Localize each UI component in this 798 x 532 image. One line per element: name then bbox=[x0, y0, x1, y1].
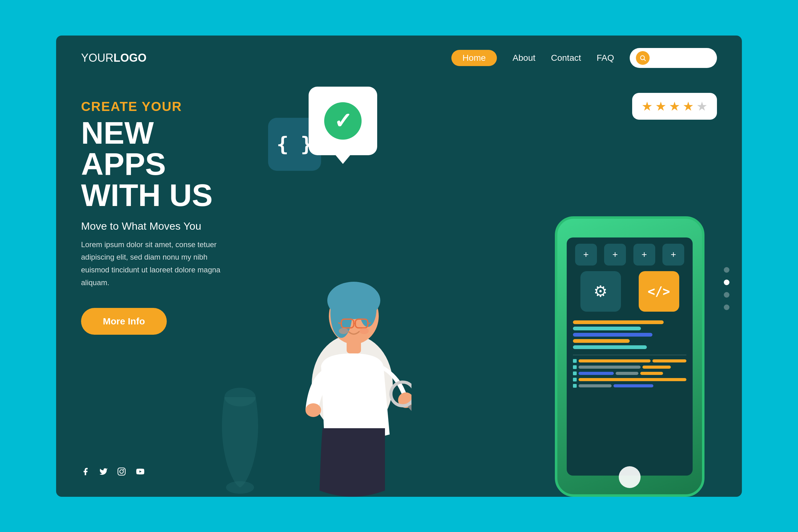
nav-home[interactable]: Home bbox=[451, 50, 497, 66]
svg-point-17 bbox=[305, 403, 321, 417]
heading-line2: WITH US bbox=[81, 178, 213, 212]
nav-links: Home About Contact FAQ bbox=[451, 48, 717, 68]
dot-1[interactable] bbox=[724, 267, 729, 273]
logo-your: YOUR bbox=[81, 52, 113, 64]
svg-rect-13 bbox=[347, 338, 361, 354]
check-symbol: ✓ bbox=[334, 108, 352, 134]
svg-line-1 bbox=[644, 59, 646, 61]
code-line-3 bbox=[573, 333, 652, 337]
body-text: Lorem ipsum dolor sit amet, conse tetuer… bbox=[81, 239, 237, 289]
code-lines bbox=[573, 317, 686, 352]
left-section: CREATE YOUR NEW APPS WITH US Move to Wha… bbox=[56, 80, 268, 497]
search-input[interactable] bbox=[653, 54, 716, 62]
dot-4[interactable] bbox=[724, 304, 729, 310]
phone-screen: + + + + ⚙ </> bbox=[567, 238, 692, 476]
more-info-button[interactable]: More Info bbox=[81, 308, 167, 335]
star-3: ★ bbox=[669, 99, 680, 113]
eyebrow-text: CREATE YOUR bbox=[81, 99, 243, 114]
gear-icon-btn: ⚙ bbox=[581, 271, 621, 312]
code-block-2 bbox=[573, 355, 686, 388]
right-section: ★ ★ ★ ★ ★ { } ✓ bbox=[268, 80, 742, 497]
youtube-icon[interactable] bbox=[135, 467, 145, 478]
code-line-5 bbox=[573, 345, 647, 349]
sub-heading: Move to What Moves You bbox=[81, 220, 243, 232]
main-content: CREATE YOUR NEW APPS WITH US Move to Wha… bbox=[56, 80, 742, 497]
star-4: ★ bbox=[683, 99, 694, 113]
phone-body: + + + + ⚙ </> bbox=[555, 216, 704, 497]
code-row-2 bbox=[573, 365, 686, 369]
phone-icons-row: ⚙ </> bbox=[573, 271, 686, 312]
svg-line-22 bbox=[368, 323, 371, 323]
check-circle: ✓ bbox=[324, 102, 362, 140]
code-icon-btn: </> bbox=[639, 271, 679, 312]
star-2: ★ bbox=[655, 99, 666, 113]
svg-point-3 bbox=[120, 470, 124, 473]
svg-point-23 bbox=[339, 328, 348, 334]
twitter-icon[interactable] bbox=[99, 467, 108, 478]
navbar: YOURLOGO Home About Contact FAQ bbox=[56, 36, 742, 80]
phone-illustration: + + + + ⚙ </> bbox=[555, 216, 704, 497]
phone-top-row: + + + + bbox=[573, 244, 686, 266]
person-figure bbox=[293, 216, 412, 497]
social-icons bbox=[81, 467, 145, 478]
code-symbol: { } bbox=[277, 133, 313, 156]
facebook-icon[interactable] bbox=[81, 467, 90, 478]
nav-about[interactable]: About bbox=[512, 53, 535, 63]
page-container: YOURLOGO Home About Contact FAQ CREATE Y… bbox=[56, 36, 742, 497]
dots-nav bbox=[724, 267, 729, 310]
plus-btn-3: + bbox=[633, 244, 655, 266]
code-row-5 bbox=[573, 384, 686, 388]
code-row-4 bbox=[573, 378, 686, 381]
nav-faq[interactable]: FAQ bbox=[596, 53, 614, 63]
star-1: ★ bbox=[642, 99, 653, 113]
svg-point-4 bbox=[123, 469, 125, 470]
logo: YOURLOGO bbox=[81, 52, 147, 64]
floating-checkmark: ✓ bbox=[309, 87, 377, 155]
svg-line-15 bbox=[410, 406, 412, 422]
plus-btn-1: + bbox=[575, 244, 597, 266]
star-5: ★ bbox=[696, 99, 708, 113]
svg-rect-2 bbox=[118, 468, 125, 475]
plus-btn-4: + bbox=[662, 244, 684, 266]
dot-2[interactable] bbox=[724, 280, 729, 285]
main-heading: NEW APPS WITH US bbox=[81, 117, 243, 211]
svg-point-24 bbox=[359, 328, 369, 334]
phone-home-button bbox=[619, 466, 641, 488]
code-row-1 bbox=[573, 359, 686, 363]
code-line-4 bbox=[573, 339, 630, 343]
heading-line1: NEW APPS bbox=[81, 115, 166, 182]
search-bar[interactable] bbox=[630, 48, 717, 68]
svg-line-21 bbox=[338, 323, 341, 323]
plus-btn-2: + bbox=[604, 244, 626, 266]
code-row-3 bbox=[573, 372, 686, 375]
nav-contact[interactable]: Contact bbox=[551, 53, 581, 63]
stars-bubble: ★ ★ ★ ★ ★ bbox=[632, 93, 717, 120]
instagram-icon[interactable] bbox=[117, 467, 126, 478]
code-line-1 bbox=[573, 320, 664, 324]
svg-point-0 bbox=[641, 56, 645, 59]
logo-text: LOGO bbox=[113, 52, 147, 64]
code-line-2 bbox=[573, 327, 641, 330]
search-icon bbox=[636, 51, 650, 65]
dot-3[interactable] bbox=[724, 292, 729, 298]
